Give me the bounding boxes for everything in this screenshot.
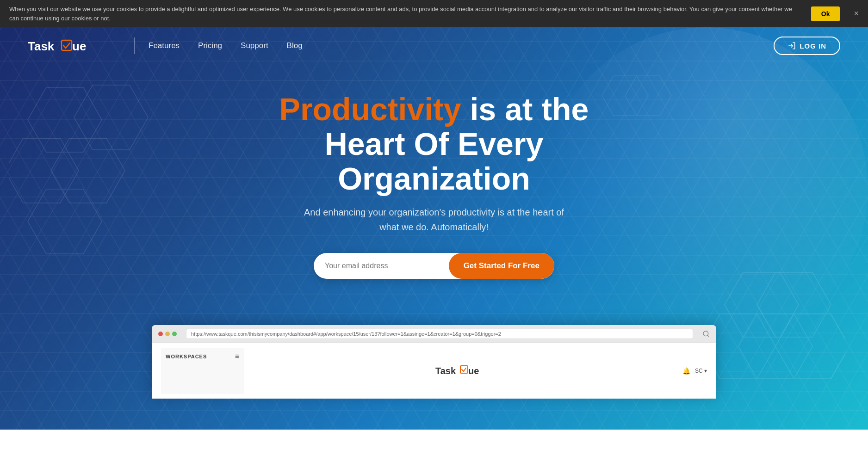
login-button[interactable]: LOG IN [774, 37, 840, 55]
browser-search-icon [702, 330, 710, 338]
nav-features[interactable]: Features [149, 41, 180, 50]
browser-dot-green [172, 332, 177, 336]
browser-preview: https://www.taskque.com/thisismycompany/… [152, 325, 716, 399]
browser-main: Task ue [254, 363, 673, 379]
email-cta-form: Get Started For Free [314, 253, 554, 279]
get-started-button[interactable]: Get Started For Free [449, 253, 554, 279]
hero-subtitle: And enhancing your organization's produc… [295, 205, 573, 234]
browser-sidebar-title: WORKSPACES [166, 354, 207, 359]
hero-title: Productivity is at the Heart Of Every Or… [226, 92, 642, 196]
logo-svg: Task ue [28, 37, 106, 55]
nav-links: Features Pricing Support Blog [149, 41, 774, 50]
browser-bell-icon[interactable]: 🔔 [682, 367, 690, 375]
browser-topbar-icons: 🔔 SC ▾ [682, 367, 707, 375]
svg-text:ue: ue [468, 366, 479, 376]
navbar: Task ue Features Pricing Support Blog LO… [0, 27, 868, 64]
browser-dot-yellow [165, 332, 170, 336]
browser-logo-svg: Task ue [435, 363, 491, 379]
browser-sc-label[interactable]: SC ▾ [695, 368, 707, 374]
hero-section: Task ue Features Pricing Support Blog LO… [0, 27, 868, 430]
browser-dot-red [158, 332, 163, 336]
email-input[interactable] [314, 253, 449, 278]
login-icon [787, 42, 796, 50]
cookie-text: When you visit our website we use your c… [9, 5, 802, 23]
nav-pricing[interactable]: Pricing [198, 41, 222, 50]
browser-menu-icon[interactable]: ≡ [235, 352, 239, 361]
nav-divider [134, 37, 135, 54]
svg-text:Task: Task [435, 366, 456, 376]
cookie-close-button[interactable]: × [854, 9, 859, 18]
nav-blog[interactable]: Blog [287, 41, 303, 50]
cookie-ok-button[interactable]: Ok [811, 6, 840, 21]
svg-point-15 [703, 331, 708, 336]
svg-text:ue: ue [72, 39, 86, 53]
nav-support[interactable]: Support [241, 41, 268, 50]
cookie-banner: When you visit our website we use your c… [0, 0, 868, 27]
browser-dots [158, 332, 177, 336]
hero-content: Productivity is at the Heart Of Every Or… [0, 64, 868, 307]
browser-sidebar: WORKSPACES ≡ [161, 348, 244, 394]
browser-url-bar[interactable]: https://www.taskque.com/thisismycompany/… [186, 329, 693, 339]
browser-bar: https://www.taskque.com/thisismycompany/… [152, 325, 716, 343]
browser-content: WORKSPACES ≡ Task ue 🔔 SC ▾ [152, 343, 716, 399]
logo[interactable]: Task ue [28, 37, 106, 55]
svg-text:Task: Task [28, 39, 55, 53]
